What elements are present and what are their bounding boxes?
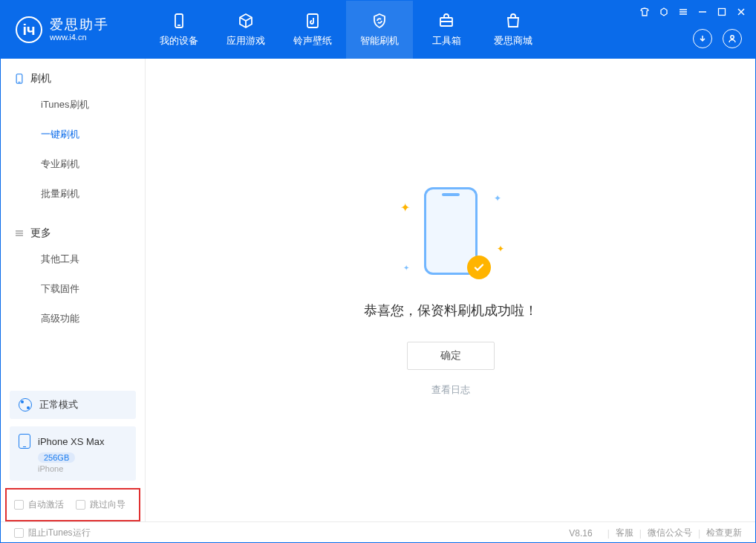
sidebar-item-batch-flash[interactable]: 批量刷机 xyxy=(1,179,145,209)
minimize-button[interactable] xyxy=(697,7,708,17)
device-type: iPhone xyxy=(38,464,127,473)
main-content: ✦ ✦ ✦ ✦ 恭喜您，保资料刷机成功啦！ 确定 查看日志 xyxy=(146,59,755,521)
close-button[interactable] xyxy=(736,7,746,17)
user-button[interactable] xyxy=(723,29,742,48)
checkbox-icon xyxy=(14,528,24,538)
list-icon xyxy=(14,228,25,238)
check-badge-icon xyxy=(467,256,491,279)
device-card[interactable]: iPhone XS Max 256GB iPhone xyxy=(10,426,136,481)
window-controls xyxy=(639,7,746,17)
mode-label: 正常模式 xyxy=(39,398,78,412)
sidebar-section-more: 更多 xyxy=(1,227,145,244)
logo-icon: iч xyxy=(16,16,42,43)
footer-link-update[interactable]: 检查更新 xyxy=(706,527,742,539)
checkbox-block-itunes[interactable]: 阻止iTunes运行 xyxy=(14,527,91,539)
music-file-icon xyxy=(304,12,322,30)
maximize-button[interactable] xyxy=(717,7,727,17)
sidebar-section-flash: 刷机 xyxy=(1,72,145,90)
version-label: V8.16 xyxy=(569,528,592,539)
confirm-button[interactable]: 确定 xyxy=(407,342,495,370)
sidebar-item-advanced[interactable]: 高级功能 xyxy=(1,304,145,334)
footer-link-wechat[interactable]: 微信公众号 xyxy=(648,527,692,539)
phone-icon xyxy=(170,12,188,30)
checkbox-auto-activate[interactable]: 自动激活 xyxy=(14,498,64,511)
nav-tabs: 我的设备 应用游戏 铃声壁纸 智能刷机 工具箱 爱思商城 xyxy=(146,1,547,59)
sparkle-icon: ✦ xyxy=(497,244,504,254)
checkbox-icon xyxy=(14,500,24,510)
cube-icon xyxy=(237,12,255,30)
download-button[interactable] xyxy=(693,29,712,48)
phone-small-icon xyxy=(14,74,25,84)
success-message: 恭喜您，保资料刷机成功啦！ xyxy=(364,302,538,319)
svg-point-11 xyxy=(731,36,734,39)
svg-rect-8 xyxy=(719,9,726,16)
app-header: iч 爱思助手 www.i4.cn 我的设备 应用游戏 铃声壁纸 智能刷机 工具… xyxy=(1,1,755,59)
view-log-link[interactable]: 查看日志 xyxy=(431,383,470,397)
sidebar-item-itunes-flash[interactable]: iTunes刷机 xyxy=(1,90,145,120)
highlighted-options: 自动激活 跳过向导 xyxy=(5,488,140,521)
device-name: iPhone XS Max xyxy=(38,436,105,447)
device-phone-icon xyxy=(19,434,30,449)
shirt-icon[interactable] xyxy=(639,7,650,17)
footer-link-support[interactable]: 客服 xyxy=(616,527,633,539)
svg-rect-2 xyxy=(307,14,318,27)
header-user-controls xyxy=(693,29,742,48)
sidebar: 刷机 iTunes刷机 一键刷机 专业刷机 批量刷机 更多 其他工具 下载固件 … xyxy=(1,59,146,521)
sparkle-icon: ✦ xyxy=(494,193,501,204)
tab-ringtone-wallpaper[interactable]: 铃声壁纸 xyxy=(279,1,346,59)
app-url: www.i4.cn xyxy=(50,33,109,42)
toolbox-icon xyxy=(437,12,455,30)
sparkle-icon: ✦ xyxy=(403,264,409,272)
sparkle-icon: ✦ xyxy=(400,201,410,215)
checkbox-icon xyxy=(76,500,85,510)
mode-icon xyxy=(19,398,32,412)
sidebar-item-other-tools[interactable]: 其他工具 xyxy=(1,244,145,274)
sidebar-item-download-firmware[interactable]: 下载固件 xyxy=(1,274,145,304)
tab-toolbox[interactable]: 工具箱 xyxy=(413,1,480,59)
sidebar-item-oneclick-flash[interactable]: 一键刷机 xyxy=(1,120,145,149)
logo[interactable]: iч 爱思助手 www.i4.cn xyxy=(1,16,146,43)
checkbox-skip-guide[interactable]: 跳过向导 xyxy=(76,498,126,511)
tab-smart-flash[interactable]: 智能刷机 xyxy=(346,1,413,59)
shield-refresh-icon xyxy=(371,12,388,30)
sidebar-item-pro-flash[interactable]: 专业刷机 xyxy=(1,149,145,179)
tab-my-device[interactable]: 我的设备 xyxy=(146,1,212,59)
tab-apps-games[interactable]: 应用游戏 xyxy=(212,1,279,59)
tab-store[interactable]: 爱思商城 xyxy=(480,1,547,59)
success-illustration: ✦ ✦ ✦ ✦ xyxy=(414,184,488,281)
status-bar: 阻止iTunes运行 V8.16 | 客服 | 微信公众号 | 检查更新 xyxy=(1,521,755,543)
mode-indicator[interactable]: 正常模式 xyxy=(10,391,136,419)
app-title: 爱思助手 xyxy=(50,17,109,33)
menu-icon[interactable] xyxy=(678,7,688,17)
cube-small-icon[interactable] xyxy=(659,7,669,17)
device-storage-badge: 256GB xyxy=(38,452,75,463)
bag-icon xyxy=(504,12,522,30)
